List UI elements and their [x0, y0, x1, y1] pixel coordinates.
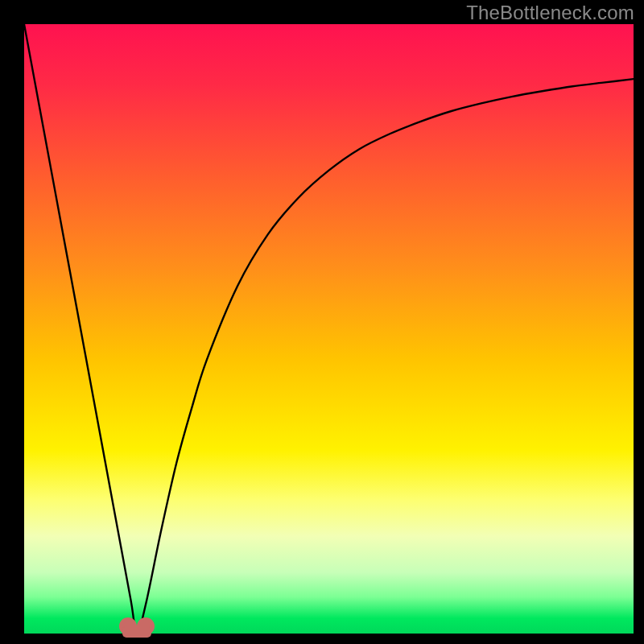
- chart-plot-area: [24, 24, 634, 634]
- bottleneck-curve: [24, 24, 634, 634]
- watermark-text: TheBottleneck.com: [466, 2, 634, 24]
